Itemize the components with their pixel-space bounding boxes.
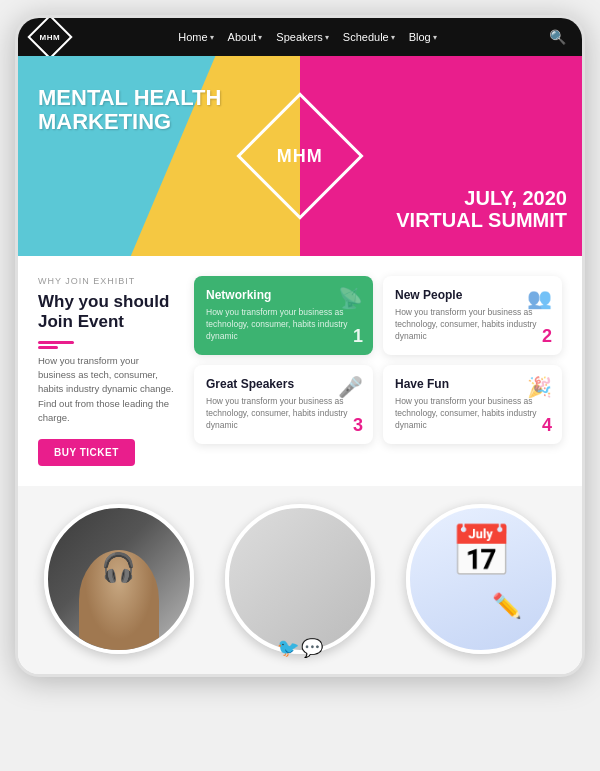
card-networking-desc: How you transform your business as techn… (206, 307, 361, 343)
about-arrow-icon: ▾ (258, 33, 262, 42)
people-icon: 👥 (527, 286, 552, 310)
card-have-fun: 🎉 Have Fun How you transform your busine… (383, 365, 562, 444)
social-icons: 🐦 💬 (277, 637, 323, 659)
mic-icon: 🎤 (338, 375, 363, 399)
navbar: MHM Home ▾ About ▾ Speakers ▾ Schedule ▾… (18, 18, 582, 56)
hero-title-line2: MARKETING (38, 110, 221, 134)
card-networking: 📡 Networking How you transform your busi… (194, 276, 373, 355)
nav-speakers[interactable]: Speakers ▾ (276, 31, 328, 43)
nav-logo[interactable]: MHM (27, 15, 72, 60)
why-label: WHY JOIN EXHIBIT (38, 276, 178, 286)
card-new-people-desc: How you transform your business as techn… (395, 307, 550, 343)
circle-photo-2 (225, 504, 375, 654)
hero-section: MENTAL HEALTH MARKETING MHM JULY, 2020 V… (18, 56, 582, 256)
twitter-icon: 🐦 (277, 637, 299, 659)
circle-photo-3 (406, 504, 556, 654)
main-content: WHY JOIN EXHIBIT Why you should Join Eve… (18, 256, 582, 486)
search-icon[interactable]: 🔍 (549, 29, 566, 45)
card-great-speakers-number: 3 (353, 415, 363, 436)
hero-title-line1: MENTAL HEALTH (38, 86, 221, 110)
fun-icon: 🎉 (527, 375, 552, 399)
circle-photo-1 (44, 504, 194, 654)
card-new-people-number: 2 (542, 326, 552, 347)
home-arrow-icon: ▾ (210, 33, 214, 42)
nav-schedule[interactable]: Schedule ▾ (343, 31, 395, 43)
cards-grid: 📡 Networking How you transform your busi… (194, 276, 562, 444)
bottom-circles-row: 🐦 💬 (18, 486, 582, 674)
why-description: How you transform your business as tech,… (38, 354, 178, 425)
nav-logo-text: MHM (40, 32, 61, 41)
hero-date-block: JULY, 2020 VIRTUAL SUMMIT (396, 187, 567, 231)
nav-blog[interactable]: Blog ▾ (409, 31, 437, 43)
card-networking-number: 1 (353, 326, 363, 347)
buy-ticket-button[interactable]: BUY TICKET (38, 439, 135, 466)
blog-arrow-icon: ▾ (433, 33, 437, 42)
hero-diamond-text: MHM (277, 146, 323, 167)
nav-about[interactable]: About ▾ (228, 31, 263, 43)
hero-event-type: VIRTUAL SUMMIT (396, 209, 567, 231)
card-new-people: 👥 New People How you transform your busi… (383, 276, 562, 355)
why-title: Why you should Join Event (38, 292, 178, 333)
nav-links: Home ▾ About ▾ Speakers ▾ Schedule ▾ Blo… (178, 31, 436, 43)
wifi-icon: 📡 (338, 286, 363, 310)
card-have-fun-desc: How you transform your business as techn… (395, 396, 550, 432)
schedule-arrow-icon: ▾ (391, 33, 395, 42)
left-panel: WHY JOIN EXHIBIT Why you should Join Eve… (38, 276, 178, 466)
card-great-speakers: 🎤 Great Speakers How you transform your … (194, 365, 373, 444)
speakers-arrow-icon: ▾ (325, 33, 329, 42)
circle-photo-2-wrapper: 🐦 💬 (225, 504, 375, 654)
card-have-fun-number: 4 (542, 415, 552, 436)
chat-icon: 💬 (301, 637, 323, 659)
nav-home[interactable]: Home ▾ (178, 31, 213, 43)
device-frame: MHM Home ▾ About ▾ Speakers ▾ Schedule ▾… (15, 15, 585, 677)
card-great-speakers-desc: How you transform your business as techn… (206, 396, 361, 432)
hero-title-block: MENTAL HEALTH MARKETING (38, 86, 221, 134)
why-divider (38, 341, 74, 344)
hero-date: JULY, 2020 (396, 187, 567, 209)
content-row: WHY JOIN EXHIBIT Why you should Join Eve… (38, 276, 562, 466)
